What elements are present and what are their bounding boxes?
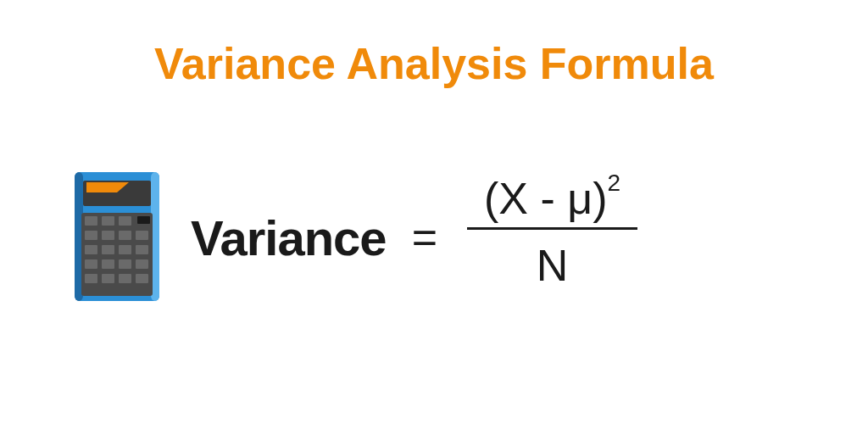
- page-title: Variance Analysis Formula: [0, 38, 868, 89]
- svg-rect-22: [85, 274, 97, 283]
- svg-rect-25: [136, 274, 148, 283]
- svg-rect-20: [119, 259, 131, 269]
- svg-rect-23: [102, 274, 114, 283]
- svg-rect-11: [102, 231, 114, 240]
- svg-rect-12: [119, 231, 131, 240]
- formula-label: Variance: [191, 209, 387, 266]
- svg-rect-13: [136, 231, 148, 240]
- numerator-base: (X - μ): [484, 174, 608, 223]
- svg-rect-24: [119, 274, 131, 283]
- formula-fraction: (X - μ)2 N: [467, 176, 637, 291]
- svg-rect-14: [85, 245, 97, 254]
- svg-rect-17: [136, 245, 148, 254]
- svg-rect-15: [102, 245, 114, 254]
- svg-rect-9: [119, 216, 131, 226]
- formula-container: Variance = (X - μ)2 N: [68, 165, 817, 309]
- formula-denominator: N: [537, 230, 569, 291]
- svg-rect-6: [137, 216, 150, 224]
- svg-rect-18: [85, 259, 97, 269]
- calculator-icon: [68, 165, 170, 309]
- svg-rect-21: [136, 259, 148, 269]
- formula-numerator: (X - μ)2: [467, 176, 637, 227]
- numerator-exponent: 2: [608, 170, 621, 196]
- svg-rect-8: [102, 216, 114, 226]
- svg-rect-16: [119, 245, 131, 254]
- equals-sign: =: [412, 212, 437, 263]
- svg-rect-10: [85, 231, 97, 240]
- svg-rect-7: [85, 216, 97, 226]
- svg-rect-19: [102, 259, 114, 269]
